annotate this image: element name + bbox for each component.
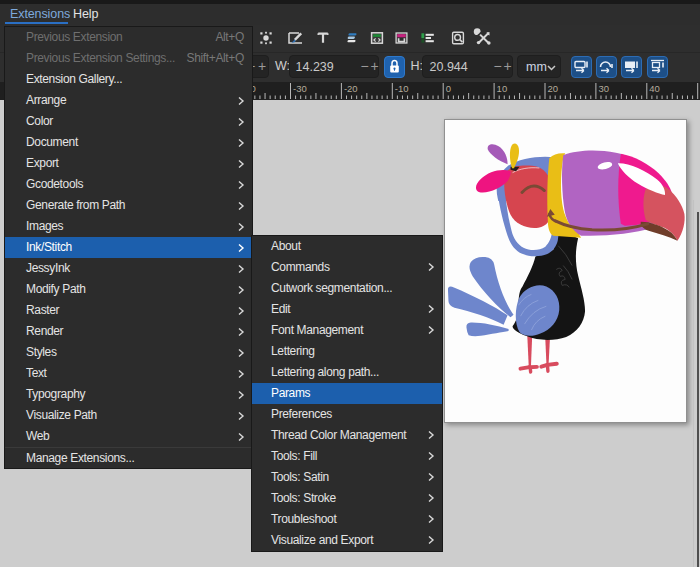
svg-text:-30: -30	[293, 83, 307, 94]
svg-text:0: 0	[446, 83, 451, 94]
svg-text:20: 20	[548, 83, 559, 94]
svg-text:40: 40	[649, 83, 660, 94]
svg-text:10: 10	[497, 83, 508, 94]
svg-text:-20: -20	[344, 83, 358, 94]
svg-text:30: 30	[598, 83, 609, 94]
svg-text:-10: -10	[395, 83, 409, 94]
